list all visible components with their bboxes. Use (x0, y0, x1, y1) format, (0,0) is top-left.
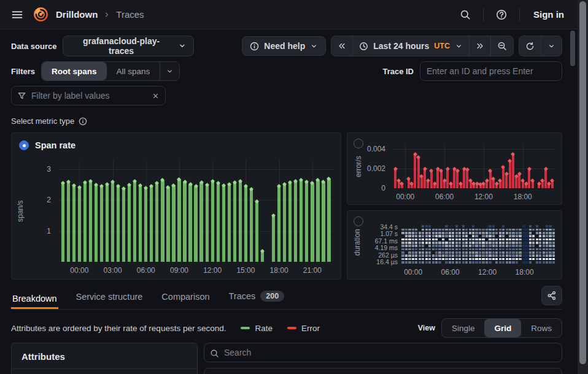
share-button[interactable] (541, 286, 562, 305)
span-rate-header: Span rate (12, 133, 341, 150)
bar (466, 170, 468, 188)
menu-toggle-button[interactable] (7, 5, 27, 25)
hm-cell (438, 258, 441, 261)
filters-label: Filters (11, 67, 35, 76)
hm-cell (499, 248, 501, 251)
y-tick: 0 (381, 184, 385, 193)
tab-traces[interactable]: Traces 200 (228, 286, 286, 309)
content-scrollbar-thumb[interactable] (570, 31, 575, 66)
clear-filter-button[interactable] (152, 92, 160, 100)
tab-comparison[interactable]: Comparison (160, 287, 211, 309)
x-tick: 06:00 (435, 193, 454, 201)
hm-cell (519, 251, 521, 254)
scope-dropdown-toggle[interactable] (160, 62, 179, 80)
duration-heatmap[interactable] (401, 225, 555, 264)
hm-cell (539, 239, 541, 241)
x-axis-ticks: 00:0003:0006:0009:0012:0015:0018:0021:00 (58, 266, 335, 275)
view-single[interactable]: Single (442, 319, 485, 337)
hm-cell (419, 261, 421, 264)
tab-service-structure[interactable]: Service structure (75, 287, 144, 309)
attributes-search-input[interactable] (204, 343, 562, 362)
hm-cell (479, 242, 481, 244)
y-tick: 1 (47, 227, 51, 235)
marker (520, 178, 525, 183)
time-range-picker[interactable]: Last 24 hours UTC (352, 36, 469, 56)
trace-id-input[interactable] (420, 61, 562, 81)
hm-cell (492, 239, 495, 241)
refresh-icon (525, 42, 535, 51)
refresh-button[interactable] (519, 36, 541, 56)
marker (144, 186, 148, 190)
span-rate-chart[interactable] (58, 160, 335, 262)
hm-cell (432, 254, 435, 257)
tab-label: Traces (229, 291, 256, 301)
time-shift-forward-button[interactable] (469, 36, 490, 56)
label-filter-input[interactable] (11, 86, 166, 105)
hm-cell (532, 242, 535, 244)
page-scrollbar[interactable] (578, 0, 588, 374)
hm-cell (469, 254, 471, 257)
hm-cell (536, 225, 538, 227)
error-rate-chart[interactable] (393, 145, 555, 188)
hm-cell (495, 251, 498, 254)
grid-v (405, 145, 406, 188)
time-shift-back-button[interactable] (331, 36, 352, 56)
hm-cell (425, 225, 428, 227)
chevron-down-icon (310, 42, 318, 50)
grafana-app: Drilldown Traces Sign in Data source g (0, 0, 588, 374)
refresh-interval-select[interactable] (541, 36, 562, 56)
hm-cell (536, 261, 538, 264)
need-help-button[interactable]: Need help (242, 36, 326, 56)
hm-cell (445, 258, 447, 261)
hm-cell (516, 232, 518, 234)
hm-cell (462, 232, 465, 234)
sign-in-button[interactable]: Sign in (528, 6, 569, 23)
hm-cell (445, 254, 447, 257)
bar (277, 186, 280, 262)
span-rate-radio[interactable] (19, 140, 29, 150)
hm-cell (432, 242, 435, 244)
info-circle-icon[interactable] (79, 115, 87, 126)
hm-cell (492, 251, 495, 254)
hm-cell (422, 245, 424, 247)
hm-cell (408, 248, 411, 251)
tab-breakdown[interactable]: Breakdown (11, 289, 58, 309)
hm-cell (401, 254, 404, 257)
view-segmented-control: Single Grid Rows (441, 318, 562, 338)
hm-cell (435, 254, 438, 257)
y-axis-label: duration (352, 221, 362, 264)
nav-search-button[interactable] (456, 6, 474, 24)
scope-all-spans[interactable]: All spans (107, 62, 160, 80)
hm-cell (485, 248, 488, 251)
x-tick: 12:00 (474, 193, 493, 201)
hm-cell (452, 258, 454, 261)
timezone-label: UTC (434, 42, 450, 50)
hm-cell (472, 258, 474, 261)
x-tick: 06:00 (441, 268, 460, 277)
x-tick: 18:00 (516, 268, 534, 277)
view-grid[interactable]: Grid (484, 319, 521, 337)
error-dash-icon (287, 327, 296, 329)
zoom-out-time-button[interactable] (490, 36, 513, 56)
hm-cell (485, 261, 488, 264)
scope-root-spans[interactable]: Root spans (42, 62, 107, 80)
view-rows[interactable]: Rows (521, 319, 562, 337)
hm-cell (419, 254, 421, 257)
y-tick: 3 (47, 165, 51, 174)
data-source-select[interactable]: grafanacloud-play-traces (63, 36, 194, 56)
hm-cell (502, 254, 505, 257)
page-scrollbar-thumb[interactable] (579, 1, 586, 364)
help-button[interactable] (492, 6, 511, 24)
grafana-logo[interactable] (33, 7, 48, 22)
legend-rate: Rate (241, 324, 273, 333)
hm-cell (506, 261, 508, 264)
hm-cell (506, 251, 508, 254)
hm-cell (536, 258, 538, 261)
close-icon (152, 92, 160, 100)
hm-cell (472, 232, 474, 234)
breadcrumb-app[interactable]: Drilldown (56, 9, 98, 20)
hm-cell (482, 229, 484, 231)
hm-cell (492, 248, 495, 251)
attributes-panel: Attributes (11, 343, 198, 374)
bar (255, 202, 258, 262)
